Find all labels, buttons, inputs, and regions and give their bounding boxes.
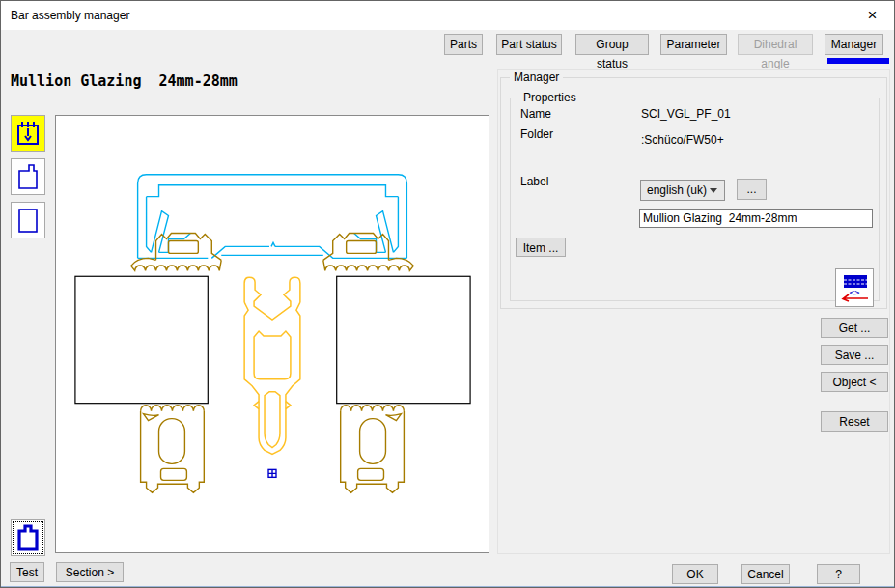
chevron-down-icon — [710, 188, 717, 193]
get-button[interactable]: Get ... — [821, 318, 888, 338]
label-label: Label — [520, 175, 548, 188]
view-profile-plain-button[interactable] — [11, 202, 45, 238]
cad-canvas[interactable] — [55, 115, 489, 553]
tab-dihedral-angle: Dihedral angle — [738, 34, 813, 55]
label-browse-button[interactable]: ... — [737, 179, 767, 200]
save-button[interactable]: Save ... — [821, 345, 888, 365]
profile-plain-icon — [15, 206, 41, 235]
bar-assembly-manager-dialog: Bar assembly manager × Parts Part status… — [0, 0, 895, 588]
tab-manager[interactable]: Manager — [825, 34, 883, 55]
item-button[interactable]: Item ... — [516, 238, 566, 257]
glass-pane-outlines — [75, 276, 470, 403]
manager-group-label: Manager — [510, 70, 563, 84]
help-button[interactable]: ? — [817, 564, 860, 584]
profile-tab-icon — [15, 162, 41, 191]
inner-gasket-profiles — [141, 406, 405, 493]
folder-label: Folder — [520, 127, 553, 141]
assembly-heading: Mullion Glazing 24mm-28mm — [11, 72, 238, 90]
origin-marker — [268, 469, 276, 477]
cancel-button[interactable]: Cancel — [741, 564, 790, 584]
table-code-arrow-icon: <> — [836, 269, 873, 306]
reset-button[interactable]: Reset — [821, 411, 888, 432]
glass-pane-left — [75, 276, 208, 403]
properties-group-label: Properties — [519, 91, 580, 104]
active-tab-underline — [827, 58, 889, 64]
glass-pane-right — [337, 276, 470, 403]
close-icon[interactable]: × — [851, 1, 894, 30]
tab-group-status[interactable]: Group status — [575, 34, 649, 55]
view-section-button[interactable] — [11, 519, 45, 556]
center-gasket-profile — [244, 277, 300, 454]
title-bar: Bar assembly manager × — [1, 1, 894, 30]
svg-text:<>: <> — [850, 288, 860, 297]
language-selected-value: english (uk) — [647, 183, 707, 197]
test-button[interactable]: Test — [10, 562, 44, 582]
language-select[interactable]: english (uk) — [640, 180, 725, 201]
inner-gasket-left — [141, 406, 205, 493]
ok-button[interactable]: OK — [672, 564, 718, 584]
tab-parameter[interactable]: Parameter — [660, 34, 727, 55]
name-label: Name — [520, 107, 551, 121]
object-button[interactable]: Object < — [821, 372, 888, 392]
assign-table-button[interactable]: <> — [835, 268, 874, 307]
tab-part-status[interactable]: Part status — [496, 34, 562, 55]
cap-profile — [138, 175, 407, 259]
tab-parts[interactable]: Parts — [444, 34, 483, 55]
cad-drawing — [56, 116, 489, 552]
view-profile-assembled-button[interactable] — [11, 115, 45, 152]
section-icon — [15, 523, 41, 552]
profile-assembled-icon — [15, 119, 41, 148]
folder-value: :Schüco/FW50+ — [641, 133, 724, 147]
view-profile-tab-button[interactable] — [11, 158, 45, 195]
label-text-input[interactable] — [639, 209, 873, 228]
name-value: SCI_VGL_PF_01 — [641, 107, 731, 121]
window-title: Bar assembly manager — [11, 1, 129, 30]
inner-gasket-right — [341, 406, 405, 493]
section-button[interactable]: Section > — [56, 562, 124, 582]
